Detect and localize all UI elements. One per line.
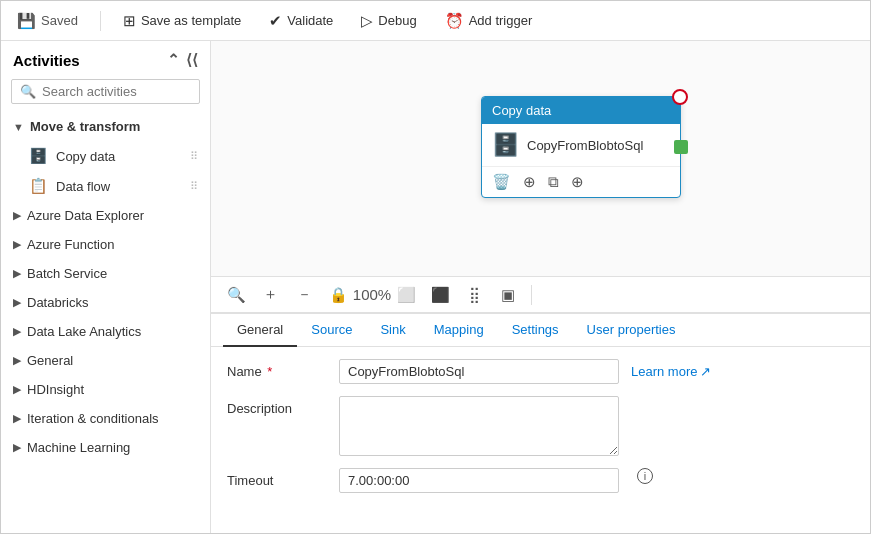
node-header: Copy data bbox=[482, 97, 680, 124]
canvas-lock-tool[interactable]: 🔒 bbox=[325, 282, 351, 308]
sidebar-item-data-flow[interactable]: 📋 Data flow ⠿ bbox=[1, 171, 210, 201]
tab-source[interactable]: Source bbox=[297, 314, 366, 347]
search-box[interactable]: 🔍 bbox=[11, 79, 200, 104]
canvas-fit-tool[interactable]: ⬜ bbox=[393, 282, 419, 308]
tab-mapping[interactable]: Mapping bbox=[420, 314, 498, 347]
node-error-indicator bbox=[672, 89, 688, 105]
save-template-button[interactable]: ⊞ Save as template bbox=[117, 8, 247, 34]
debug-icon: ▷ bbox=[361, 12, 373, 30]
collapse-all-icon[interactable]: ⟨⟨ bbox=[186, 51, 198, 69]
template-icon: ⊞ bbox=[123, 12, 136, 30]
canvas-arrange-tool[interactable]: ⣿ bbox=[461, 282, 487, 308]
expand-arrow: ▶ bbox=[13, 325, 21, 338]
expand-arrow: ▶ bbox=[13, 354, 21, 367]
sidebar-item-azure-explorer[interactable]: ▶ Azure Data Explorer bbox=[1, 201, 210, 230]
properties-panel: General Source Sink Mapping Settings bbox=[211, 313, 870, 533]
timeout-row: Timeout i bbox=[227, 468, 854, 493]
search-input[interactable] bbox=[42, 84, 191, 99]
sidebar-item-data-lake[interactable]: ▶ Data Lake Analytics bbox=[1, 317, 210, 346]
connect-node-icon[interactable]: ⊕ bbox=[571, 173, 584, 191]
main-toolbar: 💾 Saved ⊞ Save as template ✔ Validate ▷ … bbox=[1, 1, 870, 41]
add-trigger-button[interactable]: ⏰ Add trigger bbox=[439, 8, 539, 34]
timeout-info-icon[interactable]: i bbox=[637, 468, 653, 484]
sidebar-item-move-transform[interactable]: ▼ Move & transform bbox=[1, 112, 210, 141]
toolbar-divider-1 bbox=[100, 11, 101, 31]
sidebar-item-hdinsight[interactable]: ▶ HDInsight bbox=[1, 375, 210, 404]
expand-arrow: ▶ bbox=[13, 209, 21, 222]
drag-handle-2: ⠿ bbox=[190, 180, 198, 193]
copy-data-icon: 🗄️ bbox=[29, 147, 48, 165]
external-link-icon: ↗ bbox=[700, 364, 711, 379]
timeout-input[interactable] bbox=[339, 468, 619, 493]
expand-arrow: ▶ bbox=[13, 238, 21, 251]
data-flow-icon: 📋 bbox=[29, 177, 48, 195]
save-icon: 💾 bbox=[17, 12, 36, 30]
sidebar-item-general[interactable]: ▶ General bbox=[1, 346, 210, 375]
canvas-toolbar-divider bbox=[531, 285, 532, 305]
delete-node-icon[interactable]: 🗑️ bbox=[492, 173, 511, 191]
pipeline-canvas[interactable]: Copy data 🗄️ CopyFromBlobtoSql 🗑️ ⊕ ⧉ ⊕ bbox=[211, 41, 870, 277]
collapse-icon[interactable]: ⌃ bbox=[167, 51, 180, 69]
node-success-indicator bbox=[674, 140, 688, 154]
sidebar-item-copy-data[interactable]: 🗄️ Copy data ⠿ bbox=[1, 141, 210, 171]
sidebar-item-databricks[interactable]: ▶ Databricks bbox=[1, 288, 210, 317]
node-name: CopyFromBlobtoSql bbox=[527, 138, 643, 153]
database-icon: 🗄️ bbox=[492, 132, 519, 158]
main-layout: Activities ⌃ ⟨⟨ 🔍 ▼ Move & transform 🗄️ … bbox=[1, 41, 870, 533]
tab-general[interactable]: General bbox=[223, 314, 297, 347]
copy-data-node[interactable]: Copy data 🗄️ CopyFromBlobtoSql 🗑️ ⊕ ⧉ ⊕ bbox=[481, 96, 681, 198]
copy-node-icon[interactable]: ⧉ bbox=[548, 173, 559, 191]
expand-arrow: ▶ bbox=[13, 441, 21, 454]
expand-arrow: ▶ bbox=[13, 412, 21, 425]
expand-arrow: ▶ bbox=[13, 296, 21, 309]
sidebar-header: Activities ⌃ ⟨⟨ bbox=[1, 41, 210, 75]
sidebar-item-iteration[interactable]: ▶ Iteration & conditionals bbox=[1, 404, 210, 433]
sidebar-collapse-icons[interactable]: ⌃ ⟨⟨ bbox=[167, 51, 198, 69]
sidebar-item-machine-learning[interactable]: ▶ Machine Learning bbox=[1, 433, 210, 462]
canvas-area: Copy data 🗄️ CopyFromBlobtoSql 🗑️ ⊕ ⧉ ⊕ bbox=[211, 41, 870, 533]
saved-indicator: 💾 Saved bbox=[11, 8, 84, 34]
description-label: Description bbox=[227, 396, 327, 416]
properties-tabs: General Source Sink Mapping Settings bbox=[211, 314, 870, 347]
timeout-label: Timeout bbox=[227, 468, 327, 488]
name-label: Name * bbox=[227, 359, 327, 379]
tab-sink[interactable]: Sink bbox=[366, 314, 419, 347]
search-icon: 🔍 bbox=[20, 84, 36, 99]
expand-arrow: ▼ bbox=[13, 121, 24, 133]
tab-settings[interactable]: Settings bbox=[498, 314, 573, 347]
name-row: Name * Learn more ↗ bbox=[227, 359, 854, 384]
properties-content: Name * Learn more ↗ Description bbox=[211, 347, 870, 533]
drag-handle: ⠿ bbox=[190, 150, 198, 163]
description-row: Description bbox=[227, 396, 854, 456]
canvas-add-tool[interactable]: ＋ bbox=[257, 282, 283, 308]
sidebar-item-batch-service[interactable]: ▶ Batch Service bbox=[1, 259, 210, 288]
activities-sidebar: Activities ⌃ ⟨⟨ 🔍 ▼ Move & transform 🗄️ … bbox=[1, 41, 211, 533]
expand-arrow: ▶ bbox=[13, 267, 21, 280]
trigger-icon: ⏰ bbox=[445, 12, 464, 30]
validate-button[interactable]: ✔ Validate bbox=[263, 8, 339, 34]
canvas-select-tool[interactable]: ⬛ bbox=[427, 282, 453, 308]
canvas-search-tool[interactable]: 🔍 bbox=[223, 282, 249, 308]
canvas-toolbar: 🔍 ＋ － 🔒 100% ⬜ ⬛ ⣿ ▣ bbox=[211, 277, 870, 313]
canvas-zoom-tool[interactable]: 100% bbox=[359, 282, 385, 308]
name-input[interactable] bbox=[339, 359, 619, 384]
parameters-node-icon[interactable]: ⊕ bbox=[523, 173, 536, 191]
sidebar-item-azure-function[interactable]: ▶ Azure Function bbox=[1, 230, 210, 259]
tab-user-properties[interactable]: User properties bbox=[573, 314, 690, 347]
node-body: 🗄️ CopyFromBlobtoSql bbox=[482, 124, 680, 166]
canvas-format-tool[interactable]: ▣ bbox=[495, 282, 521, 308]
learn-more-link[interactable]: Learn more ↗ bbox=[631, 359, 711, 379]
node-actions: 🗑️ ⊕ ⧉ ⊕ bbox=[482, 166, 680, 197]
expand-arrow: ▶ bbox=[13, 383, 21, 396]
required-indicator: * bbox=[267, 364, 272, 379]
description-input[interactable] bbox=[339, 396, 619, 456]
sidebar-title: Activities bbox=[13, 52, 80, 69]
debug-button[interactable]: ▷ Debug bbox=[355, 8, 422, 34]
validate-icon: ✔ bbox=[269, 12, 282, 30]
canvas-minus-tool[interactable]: － bbox=[291, 282, 317, 308]
